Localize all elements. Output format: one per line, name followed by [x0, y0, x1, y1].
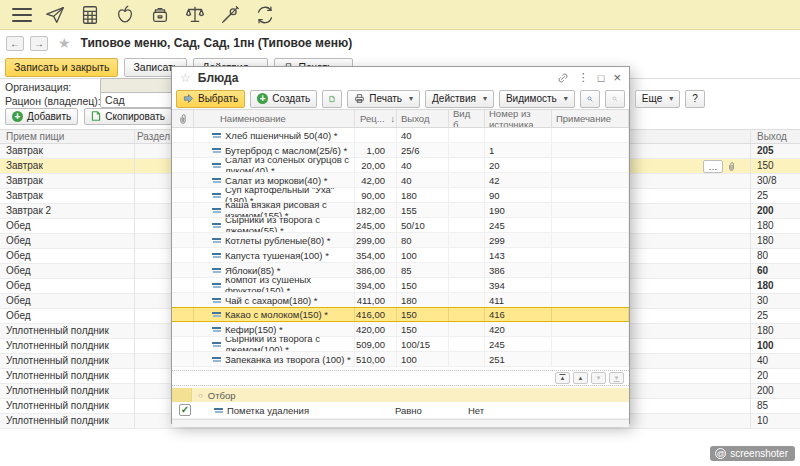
nav-forward-button[interactable]: →	[30, 36, 48, 51]
attachment-column-icon[interactable]	[172, 110, 194, 127]
meal-cell: Обед	[6, 235, 31, 246]
dish-row[interactable]: Какао с молоком(150) * 416,00 150 416	[172, 307, 629, 322]
col-section[interactable]: Раздел	[137, 131, 170, 142]
exchange-icon[interactable]	[253, 3, 277, 27]
nav-back-button[interactable]: ←	[6, 36, 24, 51]
rec-cell: 354,00	[355, 248, 397, 262]
meal-cell: Завтрак	[6, 175, 43, 186]
col-out[interactable]: Выход	[757, 131, 787, 142]
dish-row[interactable]: Чай с сахаром(180) * 411,00 180 411	[172, 293, 629, 308]
meal-cell: Обед	[6, 220, 31, 231]
search-settings-button[interactable]	[605, 90, 625, 108]
save-close-button[interactable]: Записать и закрыть	[5, 58, 118, 77]
dish-row[interactable]: Суп картофельный "Уха"(180) * 90,00 180 …	[172, 188, 629, 203]
dishes-modal: ☆ Блюда ⋮ □ × Выбрать +Создать Печать Де…	[171, 66, 630, 424]
meal-cell: Уплотненный полдник	[6, 400, 109, 411]
modal-toolbar: Выбрать +Создать Печать Действия Видимос…	[172, 88, 629, 109]
apple-icon[interactable]	[113, 3, 137, 27]
dish-name-cell: Запеканка из творога (100) *	[194, 352, 355, 366]
col-dish-name[interactable]: Наименование	[194, 110, 355, 127]
send-icon[interactable]	[43, 3, 67, 27]
move-top-button[interactable]: ▲	[555, 372, 570, 384]
note-cell	[552, 248, 629, 262]
note-cell	[552, 352, 629, 366]
type-cell	[449, 337, 485, 351]
note-cell	[552, 128, 629, 142]
scales-icon[interactable]	[183, 3, 207, 27]
more-window-icon[interactable]: ⋮	[578, 71, 589, 84]
add-row-button[interactable]: +Добавить	[5, 108, 78, 125]
favorite-star-icon[interactable]: ★	[58, 35, 71, 51]
search-button[interactable]	[580, 90, 600, 108]
modal-print-button[interactable]: Печать	[347, 90, 420, 108]
filter-checkbox[interactable]: ✓	[179, 404, 191, 416]
modal-actions-button[interactable]: Действия	[425, 90, 494, 108]
dish-row[interactable]: Сырники из творога с джемом(55) * 245,00…	[172, 218, 629, 233]
note-cell	[552, 322, 629, 336]
dish-row[interactable]: Кефир(150) * 420,00 150 420	[172, 322, 629, 337]
copy-row-button[interactable]: Скопировать	[84, 108, 172, 125]
move-bottom-button[interactable]: ▼	[609, 372, 624, 384]
tools-icon[interactable]	[218, 3, 242, 27]
filter-row[interactable]: ✓ Пометка удаления Равно Нет	[172, 402, 629, 419]
dish-row[interactable]: Салат из соленых огурцов с луком(40) * 2…	[172, 158, 629, 173]
type-cell	[449, 308, 485, 321]
meal-cell: Обед	[6, 250, 31, 261]
dish-row[interactable]: Хлеб пшеничный 50(40) * 40	[172, 128, 629, 143]
dish-row[interactable]: Каша вязкая рисовая с изюмом(155) * 182,…	[172, 203, 629, 218]
cell-edit-button[interactable]: …	[703, 160, 723, 173]
visibility-button[interactable]: Видимость	[499, 90, 575, 108]
dish-row[interactable]: Компот из сушеных фруктов(150) * 394,00 …	[172, 278, 629, 293]
output-cell: 20	[757, 370, 768, 381]
output-cell: 100	[757, 340, 774, 351]
multicooker-icon[interactable]	[148, 3, 172, 27]
note-cell	[552, 203, 629, 217]
output-cell: 150	[397, 278, 449, 292]
attachment-cell	[172, 173, 194, 187]
dish-row[interactable]: Котлеты рубленые(80) * 299,00 80 299	[172, 233, 629, 248]
attachment-cell	[172, 308, 194, 321]
col-output[interactable]: Выход	[397, 110, 449, 127]
meal-cell: Уплотненный полдник	[6, 340, 109, 351]
menu-icon[interactable]	[12, 8, 32, 22]
create-button[interactable]: +Создать	[250, 90, 317, 108]
maximize-icon[interactable]: □	[598, 72, 605, 84]
modal-favorite-star-icon[interactable]: ☆	[180, 71, 191, 85]
select-button[interactable]: Выбрать	[176, 90, 245, 108]
dish-row[interactable]: Яблоки(85) * 386,00 85 386	[172, 263, 629, 278]
create-copy-button[interactable]	[322, 90, 342, 108]
meal-cell: Завтрак 2	[6, 205, 51, 216]
help-button[interactable]: ?	[685, 90, 705, 108]
dish-row[interactable]: Запеканка из творога (100) * 510,00 100 …	[172, 352, 629, 367]
window-controls: ⋮ □ ×	[557, 70, 621, 85]
dish-row[interactable]: Сырники из творога с джемом(100) * 509,0…	[172, 337, 629, 352]
output-cell: 100	[397, 352, 449, 366]
calculator-icon[interactable]	[78, 3, 102, 27]
filter-operator: Равно	[395, 405, 422, 416]
type-cell	[449, 218, 485, 232]
dish-row[interactable]: Капуста тушеная(100) * 354,00 100 143	[172, 248, 629, 263]
meal-cell: Обед	[6, 295, 31, 306]
col-type[interactable]: Вид б...	[449, 110, 485, 127]
meal-cell: Уплотненный полдник	[6, 370, 109, 381]
move-up-button[interactable]: ▲	[573, 372, 588, 384]
link-icon[interactable]	[557, 72, 569, 84]
dish-row[interactable]: Бутерброд с маслом(25/6) * 1,00 25/6 1	[172, 143, 629, 158]
type-cell	[449, 188, 485, 202]
attachment-cell	[172, 248, 194, 262]
move-down-button[interactable]: ▼	[591, 372, 606, 384]
close-icon[interactable]: ×	[613, 70, 621, 85]
more-button[interactable]: Еще	[635, 90, 680, 108]
col-note[interactable]: Примечание	[552, 110, 629, 127]
filter-value: Нет	[468, 405, 484, 416]
output-cell: 40	[757, 355, 768, 366]
col-source-number[interactable]: Номер из источника	[485, 110, 552, 127]
output-cell: 10	[757, 415, 768, 426]
dish-row[interactable]: Салат из моркови(40) * 42,00 40 42	[172, 173, 629, 188]
paperclip-icon	[727, 161, 736, 172]
item-marker-icon	[212, 252, 221, 259]
col-rec[interactable]: Рец...↓	[355, 110, 397, 127]
item-marker-icon	[212, 341, 221, 348]
col-meal[interactable]: Прием пищи	[6, 131, 64, 142]
modal-title: Блюда	[198, 71, 557, 85]
